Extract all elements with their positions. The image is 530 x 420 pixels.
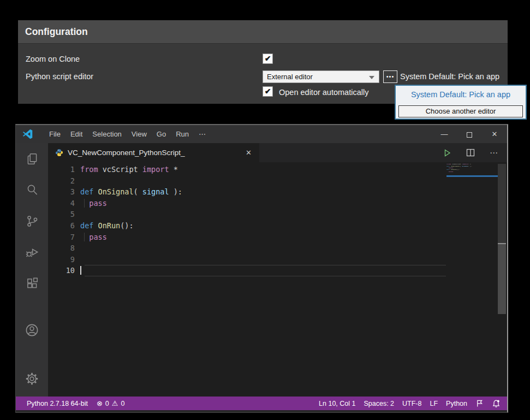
code-lines: 1from vcScript import *23def OnSignal( s… xyxy=(48,162,507,276)
minimize-button[interactable]: — xyxy=(432,125,457,143)
code-token: (): xyxy=(456,169,460,170)
code-line[interactable]: 9 xyxy=(48,254,507,265)
choose-another-editor-button[interactable]: Choose another editor xyxy=(398,105,523,117)
menu-file[interactable]: File xyxy=(44,125,65,143)
python-editor-dropdown[interactable]: External editor xyxy=(263,70,379,83)
screenshot-root: Configuration Zoom on Clone ✔ Python scr… xyxy=(0,0,530,420)
code-editor[interactable]: 1from vcScript import *23def OnSignal( s… xyxy=(48,162,507,397)
vertical-scrollbar[interactable] xyxy=(498,164,506,314)
extensions-icon[interactable] xyxy=(16,268,48,299)
python-interpreter-status[interactable]: Python 2.7.18 64-bit xyxy=(27,400,88,407)
code-token: ): xyxy=(469,165,472,167)
selected-editor-hint: System Default: Pick an app xyxy=(400,72,499,81)
warning-count: 0 xyxy=(121,400,124,407)
code-token: vcScript xyxy=(98,165,142,174)
code-token: ( xyxy=(134,187,142,196)
code-line[interactable]: 6def OnRun(): xyxy=(48,220,507,232)
problems-status[interactable]: ⊗ 0 ⚠ 0 xyxy=(97,399,124,407)
code-line[interactable]: 2 xyxy=(48,175,507,187)
close-button[interactable]: ✕ xyxy=(482,125,507,143)
code-token: OnSignal xyxy=(98,187,134,196)
code-token: def xyxy=(80,221,93,230)
notifications-bell-icon[interactable] xyxy=(492,399,501,408)
run-python-file-icon[interactable] xyxy=(443,149,451,157)
editor-actions: ⋯ xyxy=(443,143,498,162)
code-line[interactable]: 4 pass xyxy=(48,198,507,209)
line-number: 8 xyxy=(48,242,80,254)
minimap-content: from vcScript import *def OnSignal( sign… xyxy=(446,163,460,172)
error-icon: ⊗ xyxy=(97,399,103,407)
text-cursor xyxy=(80,266,81,275)
error-count: 0 xyxy=(105,400,109,407)
open-editor-automatically-label: Open editor automatically xyxy=(279,88,368,97)
code-token: def xyxy=(80,187,93,196)
indentation-status[interactable]: Spaces: 2 xyxy=(364,400,394,407)
warning-icon: ⚠ xyxy=(112,399,118,407)
line-number: 2 xyxy=(48,175,80,187)
menu-go[interactable]: Go xyxy=(152,125,171,143)
vscode-main: VC_NewComponent_PythonScript_ ✕ ⋯ xyxy=(16,143,507,397)
browse-editor-button[interactable]: ••• xyxy=(383,70,397,83)
python-file-icon xyxy=(55,149,63,157)
line-text: from vcScript import * xyxy=(80,164,178,175)
minimap[interactable]: from vcScript import *def OnSignal( sign… xyxy=(446,163,498,212)
eol-status[interactable]: LF xyxy=(430,400,438,407)
line-number: 1 xyxy=(48,164,80,175)
code-token: * xyxy=(469,163,471,165)
tab-vc-newcomponent-pythonscript[interactable]: VC_NewComponent_PythonScript_ ✕ xyxy=(48,143,259,162)
popup-system-default-item[interactable]: System Default: Pick an app xyxy=(396,86,526,99)
code-token: import xyxy=(142,165,169,174)
line-number: 10 xyxy=(48,265,80,276)
code-token: pass xyxy=(449,171,453,173)
code-token: pass xyxy=(89,199,107,208)
cursor-position-status[interactable]: Ln 10, Col 1 xyxy=(319,400,355,407)
menu-edit[interactable]: Edit xyxy=(65,125,87,143)
search-icon[interactable] xyxy=(16,174,48,205)
open-editor-automatically-checkbox[interactable]: ✔ xyxy=(263,86,273,97)
code-token: signal xyxy=(462,165,468,167)
vscode-window: File Edit Selection View Go Run ⋯ — ✕ xyxy=(15,124,508,413)
code-line[interactable]: 8 xyxy=(48,242,507,254)
minimap-current-line xyxy=(446,175,498,177)
activity-bar xyxy=(16,143,48,397)
zoom-on-clone-checkbox[interactable]: ✔ xyxy=(263,54,273,64)
code-token: * xyxy=(169,165,178,174)
code-token: OnRun xyxy=(98,221,121,230)
line-text: def OnSignal( signal ): xyxy=(80,186,182,198)
menu-more[interactable]: ⋯ xyxy=(194,125,211,143)
source-control-icon[interactable] xyxy=(16,205,48,236)
maximize-button[interactable] xyxy=(457,125,482,143)
code-line[interactable]: 7 pass xyxy=(48,232,507,243)
language-mode-status[interactable]: Python xyxy=(446,400,467,407)
run-debug-icon[interactable] xyxy=(16,236,48,268)
explorer-icon[interactable] xyxy=(16,143,48,174)
menu-run[interactable]: Run xyxy=(171,125,194,143)
code-line[interactable]: 10 xyxy=(48,265,507,276)
line-text: pass xyxy=(80,198,107,209)
code-line[interactable]: 1from vcScript import * xyxy=(48,164,507,175)
code-token: import xyxy=(462,163,468,165)
tab-close-icon[interactable]: ✕ xyxy=(246,149,252,157)
menu-selection[interactable]: Selection xyxy=(87,125,126,143)
code-line[interactable]: 5 xyxy=(48,209,507,220)
maximize-icon xyxy=(467,132,472,138)
more-actions-icon[interactable]: ⋯ xyxy=(490,148,498,158)
settings-gear-icon[interactable] xyxy=(16,363,48,394)
code-token: pass xyxy=(89,233,107,241)
code-line[interactable]: 3def OnSignal( signal ): xyxy=(48,186,507,198)
python-script-editor-label: Python script editor xyxy=(26,72,93,81)
menu-view[interactable]: View xyxy=(127,125,152,143)
feedback-flag-icon[interactable] xyxy=(475,399,484,407)
checkmark-icon: ✔ xyxy=(263,87,272,96)
menu-bar: File Edit Selection View Go Run ⋯ xyxy=(44,125,211,143)
encoding-status[interactable]: UTF-8 xyxy=(402,400,421,407)
account-icon[interactable] xyxy=(16,315,48,346)
status-bar-left: Python 2.7.18 64-bit ⊗ 0 ⚠ 0 xyxy=(16,399,124,407)
line-number: 5 xyxy=(48,209,80,220)
python-editor-dropdown-value: External editor xyxy=(267,73,313,81)
code-token: from xyxy=(80,165,98,174)
line-number: 7 xyxy=(48,232,80,243)
scrollbar-thumb[interactable] xyxy=(498,243,506,314)
checkmark-icon: ✔ xyxy=(263,54,272,63)
split-editor-icon[interactable] xyxy=(466,149,475,157)
